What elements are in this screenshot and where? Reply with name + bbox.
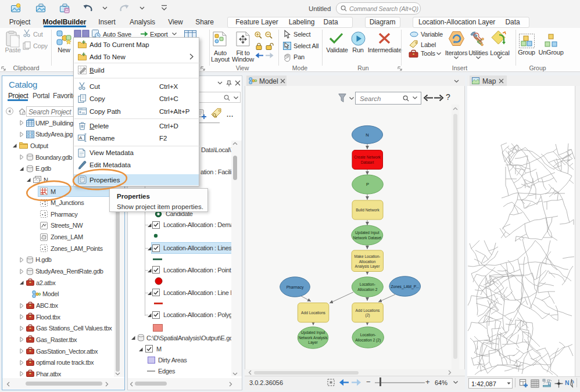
svg-text:A: A [79, 135, 83, 141]
svg-text:Allocation 2 (2): Allocation 2 (2) [355, 338, 381, 343]
svg-text:Allocation: Allocation [359, 260, 376, 264]
svg-text:N: N [366, 132, 368, 138]
svg-text:Layer: Layer [308, 340, 318, 345]
svg-text:Allocation 2: Allocation 2 [357, 287, 377, 292]
svg-text:Updated Input: Updated Input [301, 330, 325, 335]
svg-text:Add Locations: Add Locations [356, 308, 380, 312]
svg-text:P: P [366, 182, 369, 187]
svg-text:Updated Input: Updated Input [355, 231, 379, 235]
svg-text:Network Dataset: Network Dataset [353, 236, 381, 240]
svg-text:Make Location-: Make Location- [354, 254, 380, 258]
svg-text:Create Network: Create Network [354, 155, 381, 159]
svg-text:Zones_LAM_P...: Zones_LAM_P... [391, 285, 419, 289]
svg-text:Analysis Layer: Analysis Layer [355, 264, 381, 269]
svg-text:Add Locations: Add Locations [301, 311, 325, 315]
svg-text:Build Network: Build Network [356, 208, 379, 212]
svg-text:Location-: Location- [360, 282, 375, 286]
svg-text:(2): (2) [365, 313, 370, 318]
svg-text:Pharmacy: Pharmacy [287, 285, 304, 290]
svg-text:Network Analysis: Network Analysis [298, 336, 328, 340]
svg-text:Location-: Location- [360, 333, 376, 337]
svg-text:Dataset: Dataset [361, 160, 374, 164]
